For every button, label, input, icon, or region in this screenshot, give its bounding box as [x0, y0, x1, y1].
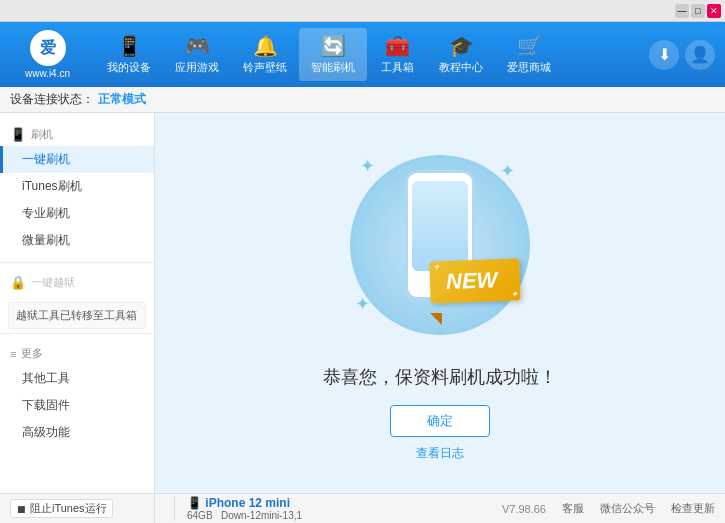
- phone-screen: [412, 181, 468, 271]
- status-label: 设备连接状态：: [10, 91, 94, 108]
- sidebar-divider-2: [0, 333, 154, 334]
- sparkle-icon-1: ✦: [360, 155, 375, 177]
- version-text: V7.98.66: [502, 503, 546, 515]
- download-button[interactable]: ⬇: [649, 40, 679, 70]
- sub-header: 设备连接状态： 正常模式: [0, 87, 725, 113]
- itunes-stop-bar: ⏹ 阻止iTunes运行: [0, 493, 155, 523]
- sidebar-item-advanced[interactable]: 高级功能: [0, 419, 154, 446]
- nav-items: 📱 我的设备 🎮 应用游戏 🔔 铃声壁纸 🔄 智能刷机 🧰 工具箱 🎓 教程中心…: [95, 28, 649, 81]
- jailbreak-title: 🔒 一键越狱: [0, 271, 154, 294]
- title-bar: — □ ✕: [0, 0, 725, 22]
- nav-my-device[interactable]: 📱 我的设备: [95, 28, 163, 81]
- advanced-label: 高级功能: [22, 425, 70, 439]
- nav-toolbox[interactable]: 🧰 工具箱: [367, 28, 427, 81]
- confirm-button[interactable]: 确定: [390, 405, 490, 437]
- sparkle-icon-2: ✦: [500, 160, 515, 182]
- flash-section-title: 📱 刷机: [0, 123, 154, 146]
- apps-games-label: 应用游戏: [175, 60, 219, 75]
- itunes-stop-button[interactable]: ⏹ 阻止iTunes运行: [10, 499, 113, 518]
- nav-ringtones[interactable]: 🔔 铃声壁纸: [231, 28, 299, 81]
- sidebar-notice: 越狱工具已转移至工具箱: [8, 302, 146, 329]
- sidebar-item-micro-flash[interactable]: 微量刷机: [0, 227, 154, 254]
- nav-tutorial[interactable]: 🎓 教程中心: [427, 28, 495, 81]
- device-details: 64GB Down-12mini-13,1: [187, 510, 302, 521]
- more-section-title: ≡ 更多: [0, 342, 154, 365]
- smart-flash-icon: 🔄: [321, 34, 346, 58]
- restore-button[interactable]: □: [691, 4, 705, 18]
- success-text: 恭喜您，保资料刷机成功啦！: [323, 365, 557, 389]
- my-device-icon: 📱: [117, 34, 142, 58]
- device-name: 📱 iPhone 12 mini: [187, 496, 302, 510]
- tutorial-label: 教程中心: [439, 60, 483, 75]
- nav-smart-flash[interactable]: 🔄 智能刷机: [299, 28, 367, 81]
- sidebar-item-download-firmware[interactable]: 下载固件: [0, 392, 154, 419]
- more-section: ≡ 更多 其他工具 下载固件 高级功能: [0, 338, 154, 450]
- sidebar-item-one-click-flash[interactable]: 一键刷机: [0, 146, 154, 173]
- logo[interactable]: 爱 www.i4.cn: [10, 30, 85, 79]
- nav-apps-games[interactable]: 🎮 应用游戏: [163, 28, 231, 81]
- notice-text: 越狱工具已转移至工具箱: [16, 309, 137, 321]
- minimize-button[interactable]: —: [675, 4, 689, 18]
- micro-flash-label: 微量刷机: [22, 233, 70, 247]
- check-update-link[interactable]: 检查更新: [671, 501, 715, 516]
- nav-shop[interactable]: 🛒 爱思商城: [495, 28, 563, 81]
- logo-icon: 爱: [30, 30, 66, 66]
- download-firmware-label: 下载固件: [22, 398, 70, 412]
- phone-illustration: ✦ ✦ ✦ NEW: [340, 145, 540, 345]
- flash-section-icon: 📱: [10, 127, 26, 142]
- user-button[interactable]: 👤: [685, 40, 715, 70]
- more-icon: ≡: [10, 348, 16, 360]
- sidebar: 📱 刷机 一键刷机 iTunes刷机 专业刷机 微量刷机 🔒 一键越狱: [0, 113, 155, 493]
- sidebar-item-pro-flash[interactable]: 专业刷机: [0, 200, 154, 227]
- tutorial-icon: 🎓: [449, 34, 474, 58]
- other-tools-label: 其他工具: [22, 371, 70, 385]
- close-button[interactable]: ✕: [707, 4, 721, 18]
- my-device-label: 我的设备: [107, 60, 151, 75]
- jailbreak-section: 🔒 一键越狱: [0, 267, 154, 298]
- ribbon-tail: [430, 313, 442, 325]
- smart-flash-label: 智能刷机: [311, 60, 355, 75]
- shop-icon: 🛒: [517, 34, 542, 58]
- flash-section: 📱 刷机 一键刷机 iTunes刷机 专业刷机 微量刷机: [0, 119, 154, 258]
- device-info: 📱 iPhone 12 mini 64GB Down-12mini-13,1: [174, 496, 302, 521]
- content-area: ✦ ✦ ✦ NEW 恭喜您，保资料刷机成功啦！ 确定 查看日志: [155, 113, 725, 493]
- flash-section-label: 刷机: [31, 127, 53, 142]
- header-right: ⬇ 👤: [649, 40, 715, 70]
- header: 爱 www.i4.cn 📱 我的设备 🎮 应用游戏 🔔 铃声壁纸 🔄 智能刷机 …: [0, 22, 725, 87]
- main: 📱 刷机 一键刷机 iTunes刷机 专业刷机 微量刷机 🔒 一键越狱: [0, 113, 725, 493]
- done-link[interactable]: 查看日志: [416, 445, 464, 462]
- itunes-flash-label: iTunes刷机: [22, 179, 82, 193]
- toolbox-label: 工具箱: [381, 60, 414, 75]
- logo-url: www.i4.cn: [25, 68, 70, 79]
- one-click-flash-label: 一键刷机: [22, 152, 70, 166]
- sparkle-icon-3: ✦: [355, 293, 370, 315]
- device-icon: 📱: [187, 496, 205, 510]
- ringtones-icon: 🔔: [253, 34, 278, 58]
- apps-games-icon: 🎮: [185, 34, 210, 58]
- new-ribbon-text: NEW: [429, 258, 520, 303]
- more-label: 更多: [21, 346, 43, 361]
- wechat-link[interactable]: 微信公众号: [600, 501, 655, 516]
- sidebar-divider-1: [0, 262, 154, 263]
- shop-label: 爱思商城: [507, 60, 551, 75]
- jailbreak-label: 一键越狱: [31, 275, 75, 290]
- new-banner: NEW: [430, 260, 520, 315]
- sidebar-item-other-tools[interactable]: 其他工具: [0, 365, 154, 392]
- support-link[interactable]: 客服: [562, 501, 584, 516]
- lock-icon: 🔒: [10, 275, 26, 290]
- ringtones-label: 铃声壁纸: [243, 60, 287, 75]
- status-value: 正常模式: [98, 91, 146, 108]
- pro-flash-label: 专业刷机: [22, 206, 70, 220]
- stop-icon: ⏹: [16, 503, 27, 515]
- toolbox-icon: 🧰: [385, 34, 410, 58]
- sidebar-item-itunes-flash[interactable]: iTunes刷机: [0, 173, 154, 200]
- bottom-right: V7.98.66 客服 微信公众号 检查更新: [502, 501, 715, 516]
